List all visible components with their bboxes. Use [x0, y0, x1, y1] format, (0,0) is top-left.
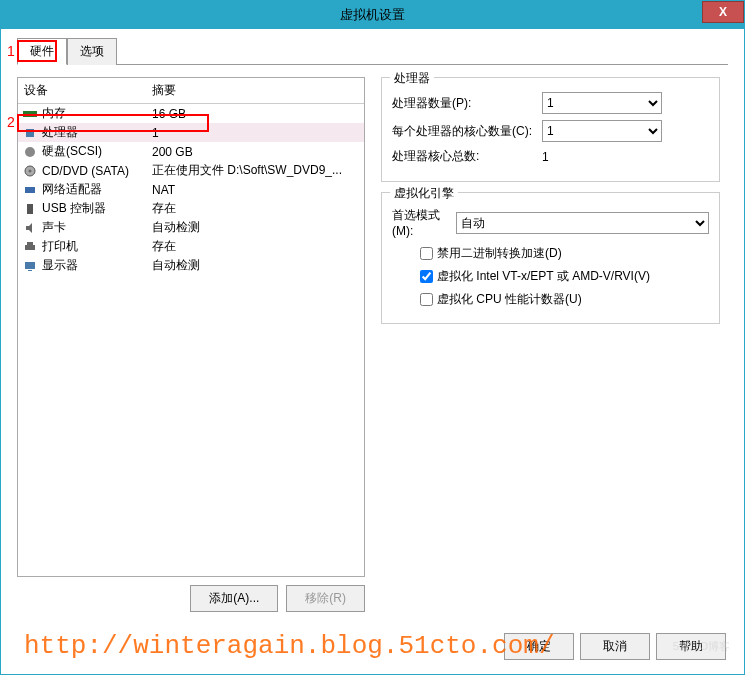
printer-icon	[22, 239, 38, 255]
network-icon	[22, 182, 38, 198]
add-button[interactable]: 添加(A)...	[190, 585, 278, 612]
processor-fieldset: 处理器 处理器数量(P): 1 每个处理器的核心数量(C): 1 处理器核心总数…	[381, 77, 720, 182]
device-row-display[interactable]: 显示器 自动检测	[18, 256, 364, 275]
tab-options[interactable]: 选项	[67, 38, 117, 65]
total-label: 处理器核心总数:	[392, 148, 542, 165]
close-button[interactable]: X	[702, 1, 744, 23]
proc-count-select[interactable]: 1	[542, 92, 662, 114]
disable-binary-label: 禁用二进制转换加速(D)	[437, 245, 562, 262]
pref-mode-select[interactable]: 自动	[456, 212, 709, 234]
vtx-row: 虚拟化 Intel VT-x/EPT 或 AMD-V/RVI(V)	[392, 267, 709, 286]
virt-legend: 虚拟化引擎	[390, 185, 458, 202]
svg-rect-9	[25, 262, 35, 269]
device-row-memory[interactable]: 内存 16 GB	[18, 104, 364, 123]
memory-icon	[22, 106, 38, 122]
virt-engine-fieldset: 虚拟化引擎 首选模式(M): 自动 禁用二进制转换加速(D) 3 虚拟化	[381, 192, 720, 324]
header-summary[interactable]: 摘要	[148, 82, 364, 99]
left-panel: 设备 摘要 2 内存 16 GB 处理器 1	[17, 77, 365, 612]
svg-point-2	[25, 147, 35, 157]
svg-rect-1	[26, 129, 34, 137]
cores-select[interactable]: 1	[542, 120, 662, 142]
usb-icon	[22, 201, 38, 217]
vtx-checkbox[interactable]	[420, 270, 433, 283]
processor-legend: 处理器	[390, 70, 434, 87]
pref-mode-label: 首选模式(M):	[392, 207, 456, 238]
svg-rect-0	[23, 111, 37, 117]
disable-binary-row: 禁用二进制转换加速(D)	[392, 244, 709, 263]
device-row-cdrom[interactable]: CD/DVD (SATA) 正在使用文件 D:\Soft\SW_DVD9_...	[18, 161, 364, 180]
display-icon	[22, 258, 38, 274]
titlebar: 虚拟机设置 X	[1, 1, 744, 29]
svg-rect-5	[25, 187, 35, 193]
list-header: 设备 摘要	[18, 78, 364, 104]
small-watermark: 51CTO博客	[673, 639, 730, 654]
device-row-printer[interactable]: 打印机 存在	[18, 237, 364, 256]
svg-rect-10	[28, 270, 32, 271]
total-value: 1	[542, 150, 709, 164]
content-area: 1 硬件 选项 设备 摘要 2 内存 16 GB	[1, 29, 744, 628]
vtx-label: 虚拟化 Intel VT-x/EPT 或 AMD-V/RVI(V)	[437, 268, 650, 285]
device-row-disk[interactable]: 硬盘(SCSI) 200 GB	[18, 142, 364, 161]
svg-rect-7	[25, 245, 35, 250]
window-title: 虚拟机设置	[340, 6, 405, 24]
close-icon: X	[719, 5, 727, 19]
remove-button[interactable]: 移除(R)	[286, 585, 365, 612]
device-row-usb[interactable]: USB 控制器 存在	[18, 199, 364, 218]
cpu-counters-row: 虚拟化 CPU 性能计数器(U)	[392, 290, 709, 309]
device-row-network[interactable]: 网络适配器 NAT	[18, 180, 364, 199]
tab-strip: 硬件 选项	[17, 37, 728, 65]
main-area: 设备 摘要 2 内存 16 GB 处理器 1	[17, 65, 728, 612]
device-row-sound[interactable]: 声卡 自动检测	[18, 218, 364, 237]
cd-icon	[22, 163, 38, 179]
cpu-icon	[22, 125, 38, 141]
annotation-1: 1	[7, 43, 15, 59]
device-list[interactable]: 设备 摘要 2 内存 16 GB 处理器 1	[17, 77, 365, 577]
left-buttons: 添加(A)... 移除(R)	[17, 585, 365, 612]
ok-button[interactable]: 确定	[504, 633, 574, 660]
svg-point-4	[29, 170, 31, 172]
svg-rect-6	[27, 204, 33, 214]
disable-binary-checkbox[interactable]	[420, 247, 433, 260]
cpu-counters-checkbox[interactable]	[420, 293, 433, 306]
disk-icon	[22, 144, 38, 160]
cpu-counters-label: 虚拟化 CPU 性能计数器(U)	[437, 291, 582, 308]
device-row-processor[interactable]: 处理器 1	[18, 123, 364, 142]
svg-rect-8	[27, 242, 33, 245]
vm-settings-window: 虚拟机设置 X 1 硬件 选项 设备 摘要 2	[0, 0, 745, 675]
proc-count-label: 处理器数量(P):	[392, 95, 542, 112]
cancel-button[interactable]: 取消	[580, 633, 650, 660]
sound-icon	[22, 220, 38, 236]
header-device[interactable]: 设备	[18, 82, 148, 99]
annotation-2: 2	[7, 114, 15, 130]
cores-label: 每个处理器的核心数量(C):	[392, 123, 542, 140]
tab-hardware[interactable]: 硬件	[17, 38, 67, 65]
right-panel: 处理器 处理器数量(P): 1 每个处理器的核心数量(C): 1 处理器核心总数…	[381, 77, 728, 612]
